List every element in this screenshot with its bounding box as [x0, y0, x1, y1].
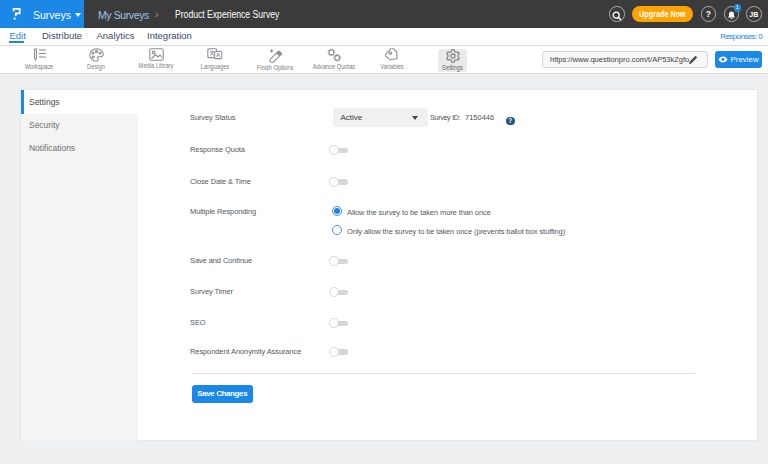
svg-text:A: A [216, 52, 221, 58]
